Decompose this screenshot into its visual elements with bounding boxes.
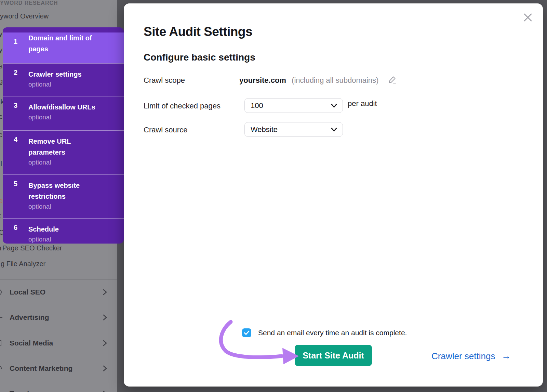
chevron-down-icon xyxy=(331,103,337,110)
stepper-item-allow-disallow-urls[interactable]: 3 Allow/disallow URLs optional xyxy=(3,96,124,130)
stepper-item-remove-url-parameters[interactable]: 4 Remove URL parameters optional xyxy=(3,130,124,174)
email-notification-label: Send an email every time an audit is com… xyxy=(258,329,407,337)
chevron-right-icon xyxy=(102,288,108,297)
site-audit-stepper: 1 Domain and limit of pages 2 Crawler se… xyxy=(3,27,124,244)
sidebar-badge-fragment: e xyxy=(0,197,3,205)
sidebar-item-trends[interactable]: Trends xyxy=(0,388,117,392)
chevron-down-icon xyxy=(331,127,337,134)
stepper-item-bypass-website-restrictions[interactable]: 5 Bypass website restrictions optional xyxy=(3,174,124,218)
sidebar-item-fragment: s xyxy=(0,62,2,70)
social-media-icon xyxy=(0,340,1,346)
start-site-audit-button[interactable]: Start Site Audit xyxy=(295,345,372,366)
chevron-right-icon xyxy=(102,365,108,374)
sidebar-item-content-marketing[interactable]: Content Marketing xyxy=(0,362,117,375)
limit-select[interactable]: 100 xyxy=(244,98,343,113)
sidebar-item-fragment: t xyxy=(0,212,1,220)
crawl-scope-domain: yoursite.com xyxy=(239,76,286,84)
stepper-item-domain-and-limit[interactable]: 1 Domain and limit of pages xyxy=(3,32,124,63)
sidebar-item-advertising[interactable]: Advertising xyxy=(0,311,117,324)
chevron-right-icon xyxy=(102,314,108,323)
crawl-scope-label: Crawl scope xyxy=(144,76,185,85)
content-marketing-icon xyxy=(0,366,2,369)
modal-title: Site Audit Settings xyxy=(144,25,252,39)
per-audit-label: per audit xyxy=(348,99,377,108)
email-notification-checkbox[interactable] xyxy=(242,328,251,337)
sidebar-item-fragment: ll xyxy=(0,160,2,168)
sidebar-item-fragment: l xyxy=(0,142,0,150)
sidebar-divider xyxy=(0,279,117,280)
chevron-right-icon xyxy=(102,390,108,392)
stepper-item-crawler-settings[interactable]: 2 Crawler settings optional xyxy=(3,63,124,96)
site-audit-settings-modal: Site Audit Settings Configure basic sett… xyxy=(124,3,543,387)
crawl-scope-note: (including all subdomains) xyxy=(292,76,378,84)
screen: YWORD RESEARCH yword Overview y y s g lk… xyxy=(0,0,547,392)
crawl-source-label: Crawl source xyxy=(144,126,187,134)
sidebar-item-social-media[interactable]: Social Media xyxy=(0,337,117,349)
section-heading: Configure basic settings xyxy=(144,52,255,63)
sidebar-item-on-page-seo-checker[interactable]: Page SEO Checker xyxy=(2,244,62,252)
edit-crawl-scope-icon[interactable] xyxy=(388,75,397,84)
chevron-right-icon xyxy=(102,339,108,348)
sidebar-item-fragment: g xyxy=(0,77,3,85)
sidebar-item-fragment: y xyxy=(0,30,2,38)
crawl-scope-value: yoursite.com (including all subdomains) xyxy=(239,76,378,85)
sidebar-item-local-seo[interactable]: Local SEO xyxy=(0,286,117,298)
stepper-item-schedule[interactable]: 6 Schedule optional xyxy=(3,218,124,244)
close-button[interactable] xyxy=(522,12,533,23)
crawler-settings-link[interactable]: Crawler settings → xyxy=(431,351,511,362)
advertising-icon xyxy=(0,317,2,318)
crawl-source-select[interactable]: Website xyxy=(244,122,343,137)
arrow-right-icon: → xyxy=(501,351,511,362)
sidebar-item-fragment: n xyxy=(0,244,1,252)
sidebar-item-fragment: c xyxy=(0,113,2,121)
local-seo-icon xyxy=(0,289,2,295)
sidebar-item-fragment: c xyxy=(0,131,2,139)
limit-label: Limit of checked pages xyxy=(144,102,221,110)
sidebar-item-log-file-analyzer[interactable]: g File Analyzer xyxy=(1,260,45,268)
sidebar-item-keyword-overview[interactable]: yword Overview xyxy=(0,12,49,20)
sidebar-group-header: YWORD RESEARCH xyxy=(0,0,58,6)
email-notification-row: Send an email every time an audit is com… xyxy=(242,328,407,337)
close-icon xyxy=(522,19,533,24)
sidebar-item-fragment: y xyxy=(0,46,2,54)
